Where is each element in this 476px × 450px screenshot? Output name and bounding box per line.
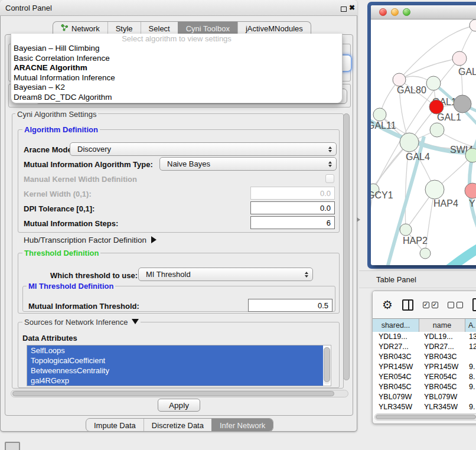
table-cell: YPR145W (419, 362, 465, 372)
attributes-list-scrollbar[interactable] (324, 347, 330, 384)
tab-select[interactable]: Select (141, 22, 178, 35)
table-panel-header: Table Panel (359, 270, 476, 288)
aracne-mode-combo[interactable]: Discovery (70, 142, 337, 156)
column-header-a[interactable]: A... (465, 319, 476, 332)
kernel-width-field[interactable]: 0.0 (250, 187, 335, 200)
collapse-down-icon (132, 319, 139, 324)
attribute-item-gal4rgexp[interactable]: gal4RGexp (27, 376, 323, 386)
tab-cyni-toolbox[interactable]: Cyni Toolbox (178, 22, 237, 35)
table-cell: 13 (465, 332, 476, 342)
algorithm-option-aracne-algorithm[interactable]: ARACNE Algorithm (11, 63, 342, 73)
cyni-algorithm-settings-title: Cyni Algorithm Settings (15, 110, 98, 119)
show-columns-icon[interactable] (402, 299, 413, 311)
table-row[interactable]: YDL19...YDL19...13 (373, 332, 476, 342)
table-row[interactable]: YPR145WYPR145W9. (373, 362, 476, 372)
network-node-y[interactable] (465, 183, 476, 198)
attribute-item-topologicalcoefficient[interactable]: TopologicalCoefficient (27, 356, 323, 366)
algorithm-popup-placeholder: Select algorithm to view settings (11, 34, 342, 44)
table-horizontal-scrollbar[interactable] (374, 413, 476, 420)
table-cell: YBR043C (373, 352, 419, 362)
network-node-swi4[interactable] (430, 123, 444, 137)
network-canvas[interactable]: GALGAL80GAL10GAL1GAL11SWI4GAL4GCY1HAP4YH… (371, 19, 476, 265)
algorithm-option-bayesian-hill-climbing[interactable]: Bayesian – Hill Climbing (11, 44, 342, 54)
panel-splitter-handle[interactable] (357, 217, 360, 222)
mi-steps-field[interactable]: 6 (250, 216, 335, 229)
column-header-name[interactable]: name (419, 319, 465, 332)
table-panel-title: Table Panel (376, 275, 416, 284)
hub-section-toggle[interactable]: Hub/Transcription Factor Definition (24, 236, 157, 244)
network-node-hap4[interactable] (425, 180, 444, 199)
table-row[interactable]: YBL079WYBL079W (373, 392, 476, 402)
network-node-gal[interactable] (452, 51, 467, 66)
settings-horizontal-scrollbar[interactable] (11, 390, 348, 397)
tab-jactivemnodules[interactable]: jActiveMNodules (237, 22, 311, 35)
algorithm-option-basic-correlation-inference[interactable]: Basic Correlation Inference (11, 54, 342, 64)
mi-steps-value: 6 (327, 219, 331, 227)
sources-group-toggle[interactable]: Sources for Network Inference (22, 318, 141, 327)
kernel-width-label: Kernel Width (0,1): (24, 190, 92, 198)
minimize-traffic-light-icon[interactable] (391, 8, 399, 16)
tab-impute-data[interactable]: Impute Data (86, 419, 144, 432)
network-node-gal80[interactable] (393, 73, 406, 86)
manual-kernel-width-checkbox[interactable] (325, 174, 334, 183)
network-node-gal10[interactable] (426, 76, 441, 90)
tab-network[interactable]: Network (53, 22, 107, 35)
control-panel-titlebar: Control Panel ✖ (0, 0, 357, 16)
algorithm-popup-list: Bayesian – Hill ClimbingBasic Correlatio… (11, 44, 342, 102)
deselect-all-columns-icon[interactable] (448, 302, 463, 308)
close-traffic-light-icon[interactable] (379, 8, 387, 16)
network-node-gal4[interactable] (400, 133, 419, 152)
network-node-label: GAL4 (406, 152, 430, 162)
settings-vertical-scrollbar[interactable] (343, 113, 350, 380)
tab-infer-network[interactable]: Infer Network (211, 419, 273, 432)
dpi-tolerance-field[interactable]: 0.0 (250, 201, 335, 214)
select-all-columns-icon[interactable]: ✓✓ (423, 302, 438, 308)
mi-threshold-value: 0.5 (318, 301, 328, 310)
which-threshold-combo[interactable]: MI Threshold (138, 268, 313, 281)
zoom-traffic-light-icon[interactable] (403, 8, 410, 16)
attribute-item-selfloops[interactable]: SelfLoops (27, 345, 323, 356)
table-cell: YPR145W (373, 362, 419, 372)
tab-style[interactable]: Style (107, 22, 141, 35)
table-settings-gear-icon[interactable]: ⚙ (382, 299, 393, 311)
mi-algorithm-type-combo[interactable]: Naive Bayes (159, 157, 337, 171)
tab-label: Impute Data (94, 419, 136, 432)
table-cell: YBL079W (373, 392, 419, 402)
attribute-item-betweennesscentrality[interactable]: BetweennessCentrality (27, 366, 323, 376)
network-node[interactable] (420, 248, 431, 259)
table-cell: YLR345W (373, 402, 419, 412)
table-row[interactable]: YBR043CYBR043C (373, 352, 476, 362)
cyni-bottom-tab-bar: Impute DataDiscretize DataInfer Network (86, 418, 273, 432)
table-cell: YER054C (419, 372, 465, 382)
table-column-headers: shared...nameA... (373, 318, 476, 332)
mi-threshold-field[interactable]: 0.5 (248, 299, 332, 312)
tab-discretize-data[interactable]: Discretize Data (144, 419, 211, 432)
float-window-icon[interactable] (341, 6, 347, 12)
table-rows: YDL19...YDL19...13YDR27...YDR27...12YBR0… (373, 332, 476, 418)
mi-algorithm-type-value: Naive Bayes (167, 159, 210, 168)
table-row[interactable]: YER054CYER054C8. (373, 372, 476, 382)
tab-label: Infer Network (220, 419, 265, 432)
data-attributes-list[interactable]: SelfLoopsTopologicalCoefficientBetweenne… (27, 345, 331, 386)
minimized-panel-icon[interactable] (5, 442, 20, 450)
algorithm-option-bayesian-k2[interactable]: Bayesian – K2 (11, 83, 342, 93)
network-node-hap2[interactable] (400, 224, 412, 236)
close-window-icon[interactable]: ✖ (349, 4, 355, 12)
column-header-shared[interactable]: shared... (373, 319, 419, 332)
network-node-gal11[interactable] (373, 108, 386, 121)
table-cell: 8. (465, 372, 476, 382)
table-cell: 12 (465, 342, 476, 352)
apply-button[interactable]: Apply (158, 399, 200, 412)
table-cell: YLR345W (419, 402, 465, 412)
network-node[interactable] (470, 19, 476, 31)
network-node[interactable] (454, 95, 471, 113)
table-row[interactable]: YDR27...YDR27...12 (373, 342, 476, 352)
algorithm-option-dream8-dc-tdc-algorithm[interactable]: Dream8 DC_TDC Algorithm (11, 93, 342, 103)
table-row[interactable]: YBR045CYBR045C9. (373, 382, 476, 392)
new-table-icon[interactable] (472, 298, 476, 311)
table-cell: YDL19... (373, 332, 419, 342)
table-cell: YBL079W (419, 392, 465, 402)
table-row[interactable]: YLR345WYLR345W9. (373, 402, 476, 412)
table-cell (465, 352, 476, 362)
algorithm-option-mutual-information-inference[interactable]: Mutual Information Inference (11, 73, 342, 83)
